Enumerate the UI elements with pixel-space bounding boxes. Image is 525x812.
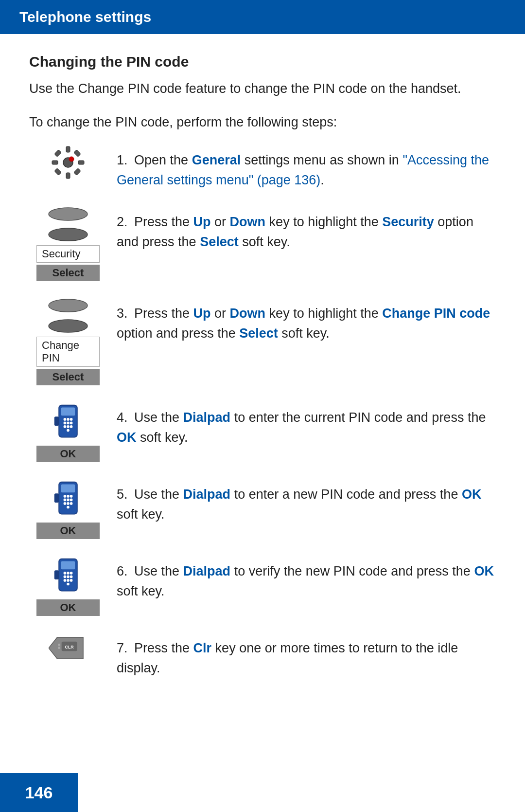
step-2-text: 2. Press the Up or Down key to highlight… — [117, 207, 496, 252]
svg-point-45 — [64, 576, 67, 578]
svg-point-42 — [64, 572, 67, 575]
svg-rect-57 — [58, 647, 60, 649]
svg-point-22 — [64, 425, 67, 428]
step-2-up: Up — [193, 215, 211, 229]
step-3-select: Select — [239, 326, 278, 341]
step-4-dialpad: Dialpad — [183, 410, 231, 425]
svg-point-36 — [67, 502, 70, 505]
clr-icon: CLR — [49, 633, 88, 663]
svg-rect-56 — [58, 644, 60, 646]
step-2-icon-col: Security Select — [29, 207, 107, 281]
svg-point-18 — [70, 418, 73, 421]
step-1-icon-col — [29, 145, 107, 183]
svg-point-29 — [64, 495, 67, 498]
content-area: Changing the PIN code Use the Change PIN… — [0, 54, 525, 744]
step-1-general-link[interactable]: General — [192, 153, 241, 167]
gear-icon — [51, 145, 85, 180]
svg-point-38 — [67, 506, 70, 509]
svg-rect-2 — [66, 173, 70, 179]
step-7-clr: Clr — [193, 641, 212, 655]
svg-rect-15 — [61, 407, 75, 415]
dialpad-icon-5 — [51, 480, 85, 519]
step-row-5: OK 5. Use the Dialpad to enter a new PIN… — [29, 480, 496, 539]
step-row-3: Change PIN Select 3. Press the Up or Dow… — [29, 299, 496, 385]
svg-point-50 — [70, 579, 73, 582]
steps-container: 1. Open the General settings menu as sho… — [29, 145, 496, 678]
svg-rect-5 — [54, 150, 61, 157]
svg-rect-6 — [74, 150, 81, 157]
svg-point-51 — [67, 583, 70, 586]
step-row-7: CLR 7. Press the Clr key one or more tim… — [29, 633, 496, 678]
intro-text-1: Use the Change PIN code feature to chang… — [29, 79, 496, 99]
step-2-select-bar: Select — [36, 265, 100, 281]
step-5-text: 5. Use the Dialpad to enter a new PIN co… — [117, 480, 496, 524]
step-1-page-link[interactable]: "Accessing the General settings menu" (p… — [117, 153, 489, 187]
step-2-select: Select — [200, 235, 239, 249]
svg-point-24 — [70, 425, 73, 428]
svg-rect-1 — [66, 146, 70, 152]
svg-point-35 — [64, 502, 67, 505]
svg-point-23 — [67, 425, 70, 428]
step-6-ok: OK — [474, 564, 494, 578]
step-5-ok: OK — [462, 487, 482, 502]
dialpad-icon-4 — [51, 403, 85, 442]
step-5-ok-bar: OK — [36, 523, 100, 539]
header-bar: Telephone settings — [0, 0, 525, 34]
svg-point-44 — [70, 572, 73, 575]
step-7-text: 7. Press the Clr key one or more times t… — [117, 633, 496, 678]
intro-text-2: To change the PIN code, perform the foll… — [29, 112, 496, 132]
step-2-down: Down — [230, 215, 266, 229]
svg-rect-39 — [54, 493, 59, 503]
svg-point-31 — [70, 495, 73, 498]
svg-point-49 — [67, 579, 70, 582]
svg-point-25 — [67, 429, 70, 432]
step-7-icon-col: CLR — [29, 633, 107, 667]
step-4-ok-bar: OK — [36, 446, 100, 462]
svg-rect-7 — [54, 168, 61, 175]
svg-point-19 — [64, 422, 67, 425]
step-5-icon-col: OK — [29, 480, 107, 539]
step-3-icon-col: Change PIN Select — [29, 299, 107, 385]
svg-point-32 — [64, 499, 67, 502]
svg-point-20 — [67, 422, 70, 425]
step-3-down: Down — [230, 306, 266, 321]
svg-point-21 — [70, 422, 73, 425]
step-3-up: Up — [193, 306, 211, 321]
svg-rect-8 — [74, 168, 81, 175]
svg-point-47 — [70, 576, 73, 578]
step-3-number: 3. — [117, 306, 128, 321]
step-2-screen-box: Security — [36, 245, 100, 263]
svg-point-12 — [49, 299, 88, 312]
svg-point-30 — [67, 495, 70, 498]
step-1-number: 1. — [117, 153, 128, 167]
svg-point-13 — [49, 320, 88, 332]
step-row-2: Security Select 2. Press the Up or Down … — [29, 207, 496, 281]
step-row-1: 1. Open the General settings menu as sho… — [29, 145, 496, 190]
step-1-text: 1. Open the General settings menu as sho… — [117, 145, 496, 190]
svg-rect-3 — [52, 161, 58, 164]
footer-page-number: 146 — [25, 783, 53, 802]
step-7-number: 7. — [117, 641, 128, 655]
nav-rocker-icon-3 — [46, 299, 90, 333]
step-6-icon-col: OK — [29, 557, 107, 616]
step-row-4: OK 4. Use the Dialpad to enter the curre… — [29, 403, 496, 462]
step-2-number: 2. — [117, 215, 128, 229]
step-5-dialpad: Dialpad — [183, 487, 231, 502]
step-3-select-bar: Select — [36, 369, 100, 385]
svg-rect-41 — [61, 561, 75, 569]
footer-bar: 146 — [0, 773, 78, 812]
section-title: Changing the PIN code — [29, 54, 496, 70]
nav-rocker-icon-2 — [46, 207, 90, 241]
svg-point-11 — [49, 228, 88, 241]
svg-point-43 — [67, 572, 70, 575]
step-row-6: OK 6. Use the Dialpad to verify the new … — [29, 557, 496, 616]
svg-point-48 — [64, 579, 67, 582]
svg-point-34 — [70, 499, 73, 502]
step-6-ok-bar: OK — [36, 599, 100, 616]
header-title: Telephone settings — [19, 9, 151, 25]
svg-text:CLR: CLR — [65, 645, 74, 650]
svg-point-17 — [67, 418, 70, 421]
svg-rect-28 — [61, 484, 75, 492]
dialpad-icon-6 — [51, 557, 85, 595]
step-4-number: 4. — [117, 410, 128, 425]
